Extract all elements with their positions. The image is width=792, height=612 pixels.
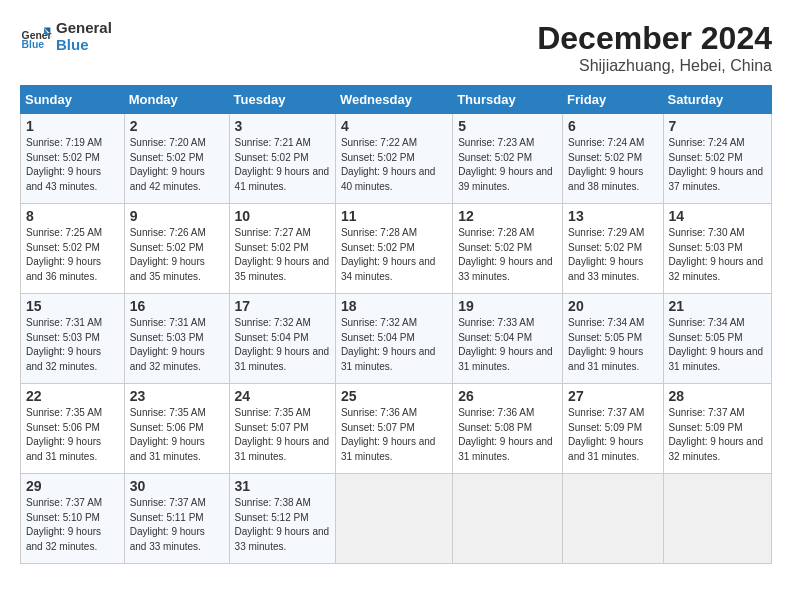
- day-info: Sunrise: 7:35 AMSunset: 5:06 PMDaylight:…: [130, 407, 206, 462]
- day-info: Sunrise: 7:27 AMSunset: 5:02 PMDaylight:…: [235, 227, 330, 282]
- day-info: Sunrise: 7:37 AMSunset: 5:11 PMDaylight:…: [130, 497, 206, 552]
- day-number: 25: [341, 388, 447, 404]
- day-number: 28: [669, 388, 766, 404]
- calendar-week-row: 1 Sunrise: 7:19 AMSunset: 5:02 PMDayligh…: [21, 114, 772, 204]
- header-wednesday: Wednesday: [335, 86, 452, 114]
- calendar-cell: 19 Sunrise: 7:33 AMSunset: 5:04 PMDaylig…: [453, 294, 563, 384]
- calendar-cell: 3 Sunrise: 7:21 AMSunset: 5:02 PMDayligh…: [229, 114, 335, 204]
- calendar-cell: 12 Sunrise: 7:28 AMSunset: 5:02 PMDaylig…: [453, 204, 563, 294]
- day-info: Sunrise: 7:29 AMSunset: 5:02 PMDaylight:…: [568, 227, 644, 282]
- day-info: Sunrise: 7:31 AMSunset: 5:03 PMDaylight:…: [26, 317, 102, 372]
- logo-general: General: [56, 20, 112, 37]
- logo: General Blue General Blue: [20, 20, 112, 53]
- calendar-cell: 31 Sunrise: 7:38 AMSunset: 5:12 PMDaylig…: [229, 474, 335, 564]
- day-number: 3: [235, 118, 330, 134]
- day-info: Sunrise: 7:24 AMSunset: 5:02 PMDaylight:…: [669, 137, 764, 192]
- calendar-cell: 20 Sunrise: 7:34 AMSunset: 5:05 PMDaylig…: [563, 294, 663, 384]
- calendar-cell: 2 Sunrise: 7:20 AMSunset: 5:02 PMDayligh…: [124, 114, 229, 204]
- day-info: Sunrise: 7:36 AMSunset: 5:08 PMDaylight:…: [458, 407, 553, 462]
- day-number: 1: [26, 118, 119, 134]
- calendar-week-row: 15 Sunrise: 7:31 AMSunset: 5:03 PMDaylig…: [21, 294, 772, 384]
- day-number: 29: [26, 478, 119, 494]
- header-monday: Monday: [124, 86, 229, 114]
- calendar-cell: [453, 474, 563, 564]
- calendar-cell: [335, 474, 452, 564]
- day-number: 12: [458, 208, 557, 224]
- page-title: December 2024: [537, 20, 772, 57]
- day-info: Sunrise: 7:22 AMSunset: 5:02 PMDaylight:…: [341, 137, 436, 192]
- page-subtitle: Shijiazhuang, Hebei, China: [537, 57, 772, 75]
- day-number: 5: [458, 118, 557, 134]
- day-number: 31: [235, 478, 330, 494]
- day-number: 16: [130, 298, 224, 314]
- day-info: Sunrise: 7:35 AMSunset: 5:07 PMDaylight:…: [235, 407, 330, 462]
- day-number: 13: [568, 208, 657, 224]
- header-friday: Friday: [563, 86, 663, 114]
- calendar-cell: 22 Sunrise: 7:35 AMSunset: 5:06 PMDaylig…: [21, 384, 125, 474]
- day-info: Sunrise: 7:32 AMSunset: 5:04 PMDaylight:…: [341, 317, 436, 372]
- day-info: Sunrise: 7:33 AMSunset: 5:04 PMDaylight:…: [458, 317, 553, 372]
- calendar-cell: 30 Sunrise: 7:37 AMSunset: 5:11 PMDaylig…: [124, 474, 229, 564]
- calendar-cell: 23 Sunrise: 7:35 AMSunset: 5:06 PMDaylig…: [124, 384, 229, 474]
- calendar-cell: 27 Sunrise: 7:37 AMSunset: 5:09 PMDaylig…: [563, 384, 663, 474]
- day-number: 18: [341, 298, 447, 314]
- calendar-cell: 24 Sunrise: 7:35 AMSunset: 5:07 PMDaylig…: [229, 384, 335, 474]
- calendar-cell: 28 Sunrise: 7:37 AMSunset: 5:09 PMDaylig…: [663, 384, 771, 474]
- day-info: Sunrise: 7:37 AMSunset: 5:09 PMDaylight:…: [669, 407, 764, 462]
- day-number: 15: [26, 298, 119, 314]
- header-sunday: Sunday: [21, 86, 125, 114]
- day-info: Sunrise: 7:28 AMSunset: 5:02 PMDaylight:…: [341, 227, 436, 282]
- calendar-cell: 17 Sunrise: 7:32 AMSunset: 5:04 PMDaylig…: [229, 294, 335, 384]
- day-info: Sunrise: 7:32 AMSunset: 5:04 PMDaylight:…: [235, 317, 330, 372]
- day-info: Sunrise: 7:26 AMSunset: 5:02 PMDaylight:…: [130, 227, 206, 282]
- calendar-cell: 5 Sunrise: 7:23 AMSunset: 5:02 PMDayligh…: [453, 114, 563, 204]
- calendar-week-row: 22 Sunrise: 7:35 AMSunset: 5:06 PMDaylig…: [21, 384, 772, 474]
- day-info: Sunrise: 7:20 AMSunset: 5:02 PMDaylight:…: [130, 137, 206, 192]
- day-number: 2: [130, 118, 224, 134]
- day-number: 21: [669, 298, 766, 314]
- calendar-cell: 26 Sunrise: 7:36 AMSunset: 5:08 PMDaylig…: [453, 384, 563, 474]
- day-number: 7: [669, 118, 766, 134]
- day-number: 24: [235, 388, 330, 404]
- calendar-table: SundayMondayTuesdayWednesdayThursdayFrid…: [20, 85, 772, 564]
- calendar-cell: 6 Sunrise: 7:24 AMSunset: 5:02 PMDayligh…: [563, 114, 663, 204]
- day-number: 9: [130, 208, 224, 224]
- calendar-cell: [663, 474, 771, 564]
- day-info: Sunrise: 7:28 AMSunset: 5:02 PMDaylight:…: [458, 227, 553, 282]
- day-info: Sunrise: 7:31 AMSunset: 5:03 PMDaylight:…: [130, 317, 206, 372]
- day-number: 19: [458, 298, 557, 314]
- day-number: 8: [26, 208, 119, 224]
- calendar-cell: [563, 474, 663, 564]
- calendar-week-row: 8 Sunrise: 7:25 AMSunset: 5:02 PMDayligh…: [21, 204, 772, 294]
- calendar-cell: 25 Sunrise: 7:36 AMSunset: 5:07 PMDaylig…: [335, 384, 452, 474]
- day-info: Sunrise: 7:34 AMSunset: 5:05 PMDaylight:…: [568, 317, 644, 372]
- day-number: 27: [568, 388, 657, 404]
- day-number: 6: [568, 118, 657, 134]
- calendar-week-row: 29 Sunrise: 7:37 AMSunset: 5:10 PMDaylig…: [21, 474, 772, 564]
- header-tuesday: Tuesday: [229, 86, 335, 114]
- header-thursday: Thursday: [453, 86, 563, 114]
- day-info: Sunrise: 7:30 AMSunset: 5:03 PMDaylight:…: [669, 227, 764, 282]
- day-number: 11: [341, 208, 447, 224]
- calendar-cell: 11 Sunrise: 7:28 AMSunset: 5:02 PMDaylig…: [335, 204, 452, 294]
- day-number: 17: [235, 298, 330, 314]
- title-block: December 2024 Shijiazhuang, Hebei, China: [537, 20, 772, 75]
- calendar-cell: 13 Sunrise: 7:29 AMSunset: 5:02 PMDaylig…: [563, 204, 663, 294]
- day-info: Sunrise: 7:37 AMSunset: 5:10 PMDaylight:…: [26, 497, 102, 552]
- day-info: Sunrise: 7:36 AMSunset: 5:07 PMDaylight:…: [341, 407, 436, 462]
- day-number: 10: [235, 208, 330, 224]
- day-info: Sunrise: 7:24 AMSunset: 5:02 PMDaylight:…: [568, 137, 644, 192]
- calendar-cell: 15 Sunrise: 7:31 AMSunset: 5:03 PMDaylig…: [21, 294, 125, 384]
- day-info: Sunrise: 7:37 AMSunset: 5:09 PMDaylight:…: [568, 407, 644, 462]
- calendar-cell: 1 Sunrise: 7:19 AMSunset: 5:02 PMDayligh…: [21, 114, 125, 204]
- day-number: 22: [26, 388, 119, 404]
- calendar-cell: 14 Sunrise: 7:30 AMSunset: 5:03 PMDaylig…: [663, 204, 771, 294]
- calendar-cell: 21 Sunrise: 7:34 AMSunset: 5:05 PMDaylig…: [663, 294, 771, 384]
- day-info: Sunrise: 7:25 AMSunset: 5:02 PMDaylight:…: [26, 227, 102, 282]
- calendar-cell: 7 Sunrise: 7:24 AMSunset: 5:02 PMDayligh…: [663, 114, 771, 204]
- day-info: Sunrise: 7:21 AMSunset: 5:02 PMDaylight:…: [235, 137, 330, 192]
- svg-text:Blue: Blue: [22, 39, 45, 50]
- calendar-cell: 4 Sunrise: 7:22 AMSunset: 5:02 PMDayligh…: [335, 114, 452, 204]
- day-number: 26: [458, 388, 557, 404]
- day-number: 20: [568, 298, 657, 314]
